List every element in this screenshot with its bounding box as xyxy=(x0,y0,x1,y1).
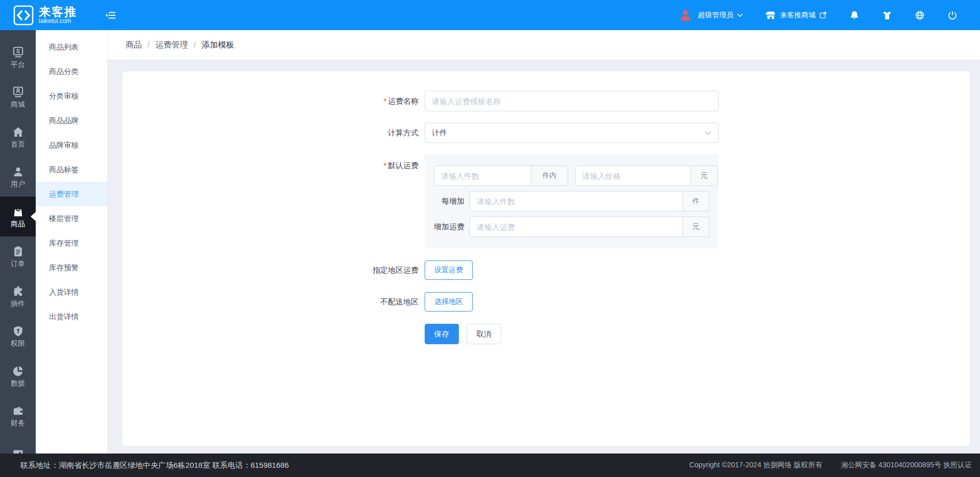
data-pie-icon xyxy=(12,365,24,377)
per-add-count-input[interactable] xyxy=(470,191,683,211)
submenu-item-brand-review[interactable]: 品牌审核 xyxy=(36,133,107,157)
sidebar-item-label: 财务 xyxy=(11,419,25,427)
shop-decoration-button[interactable] xyxy=(882,10,892,20)
mall-label: 来客推商城 xyxy=(780,11,816,20)
mall-link[interactable]: 来客推商城 xyxy=(766,10,827,20)
active-caret xyxy=(31,212,36,221)
logo-brackets-icon xyxy=(13,5,34,26)
sidebar-item-orders[interactable]: 订单 xyxy=(0,236,36,276)
breadcrumb-freight-management[interactable]: 运费管理 xyxy=(155,40,188,51)
submenu-item-stock-management[interactable]: 库存管理 xyxy=(36,231,107,255)
submenu-item-freight-management[interactable]: 运费管理 xyxy=(36,182,107,206)
breadcrumb-separator: / xyxy=(148,40,150,50)
avatar xyxy=(678,8,693,22)
breadcrumb-add-template: 添加模板 xyxy=(202,40,234,51)
sidebar-item-label: 权限 xyxy=(11,340,25,347)
sidebar-item-finance[interactable]: 财务 xyxy=(0,396,36,436)
user-menu[interactable]: 超级管理员 xyxy=(678,8,743,22)
default-freight-row: *默认运费 件内 元 每增加 件 xyxy=(122,154,970,248)
order-icon xyxy=(12,246,24,257)
no-delivery-row: 不配送地区 选择地区 xyxy=(122,292,970,312)
no-delivery-label: 不配送地区 xyxy=(122,297,419,307)
freight-name-input[interactable] xyxy=(425,91,719,111)
icon-sidebar: S 平台 商城 首页 用户 商品 xyxy=(0,30,36,477)
add-fee-label: 增加运费 xyxy=(434,222,470,232)
sidebar-item-data[interactable]: 数据 xyxy=(0,356,36,396)
header-actions: 超级管理员 来客推商城 xyxy=(656,8,980,22)
sidebar-item-users[interactable]: 用户 xyxy=(0,157,36,197)
calc-method-select[interactable]: 计件 xyxy=(425,123,719,143)
page-footer: 联系地址：湖南省长沙市岳麓区绿地中央广场6栋2018室 联系电话：6159816… xyxy=(0,454,980,477)
language-button[interactable] xyxy=(915,10,925,20)
breadcrumb: 商品 / 运费管理 / 添加模板 xyxy=(108,30,980,60)
platform-icon: S xyxy=(12,46,24,58)
sidebar-item-label: 订单 xyxy=(11,260,25,268)
price-input[interactable] xyxy=(575,165,691,186)
default-freight-panel: 件内 元 每增加 件 增加运费 xyxy=(425,154,719,248)
goods-submenu: 商品列表 商品分类 分类审核 商品品牌 品牌审核 商品标签 运费管理 楼层管理 … xyxy=(36,30,108,454)
footer-copyright: Copyright ©2017-2024 拾捌网络 版权所有 xyxy=(689,461,822,470)
sidebar-item-label: 插件 xyxy=(11,300,25,307)
menu-collapse-icon[interactable] xyxy=(104,9,117,22)
add-fee-unit-addon: 元 xyxy=(683,217,709,237)
per-add-unit-addon: 件 xyxy=(683,191,709,211)
submenu-item-category-review[interactable]: 分类审核 xyxy=(36,84,107,108)
svg-text:S: S xyxy=(16,47,19,54)
submenu-item-inbound-details[interactable]: 入货详情 xyxy=(36,280,107,304)
sidebar-item-plugins[interactable]: 插件 xyxy=(0,276,36,316)
freight-name-label: *运费名称 xyxy=(122,97,419,106)
calc-method-row: 计算方式 计件 xyxy=(122,123,970,143)
sidebar-item-home[interactable]: 首页 xyxy=(0,117,36,157)
submenu-item-goods-brand[interactable]: 商品品牌 xyxy=(36,108,107,133)
notifications-button[interactable] xyxy=(849,10,860,20)
add-fee-input[interactable] xyxy=(470,217,683,237)
sidebar-item-mall[interactable]: 商城 xyxy=(0,77,36,117)
chevron-down-icon xyxy=(704,131,712,135)
region-freight-row: 指定地区运费 设置运费 xyxy=(122,260,970,280)
breadcrumb-goods[interactable]: 商品 xyxy=(126,40,142,51)
home-icon xyxy=(12,126,24,138)
freight-name-row: *运费名称 xyxy=(122,91,970,111)
submenu-item-stock-warning[interactable]: 库存预警 xyxy=(36,255,107,280)
top-header: 来客推 laiketui.com 超级管理员 来客推商城 xyxy=(0,0,980,30)
region-freight-label: 指定地区运费 xyxy=(122,266,419,275)
globe-icon xyxy=(915,10,925,20)
sidebar-item-label: 商品 xyxy=(11,220,25,228)
sidebar-item-platform[interactable]: S 平台 xyxy=(0,37,36,77)
sidebar-item-label: 数据 xyxy=(11,379,25,387)
set-freight-button[interactable]: 设置运费 xyxy=(425,260,473,280)
save-button[interactable]: 保存 xyxy=(425,324,459,344)
mall-icon xyxy=(12,86,24,98)
sidebar-item-label: 平台 xyxy=(11,61,25,68)
calc-method-label: 计算方式 xyxy=(122,128,419,138)
sidebar-item-label: 商城 xyxy=(11,101,25,108)
external-link-icon xyxy=(819,11,827,19)
submenu-item-floor-management[interactable]: 楼层管理 xyxy=(36,206,107,231)
cancel-button[interactable]: 取消 xyxy=(467,324,501,344)
sidebar-item-goods[interactable]: 商品 xyxy=(0,197,36,236)
submenu-item-goods-tags[interactable]: 商品标签 xyxy=(36,157,107,182)
submenu-item-outbound-details[interactable]: 出货详情 xyxy=(36,304,107,329)
default-freight-label: *默认运费 xyxy=(122,154,419,171)
footer-security-record: 湘公网安备 43010402000895号 执照认证 xyxy=(841,461,972,470)
submenu-item-goods-list[interactable]: 商品列表 xyxy=(36,35,107,59)
breadcrumb-separator: / xyxy=(193,40,195,50)
logout-button[interactable] xyxy=(947,10,958,20)
pieces-unit-addon: 件内 xyxy=(531,165,568,186)
form-card: *运费名称 计算方式 计件 *默认运费 xyxy=(122,71,970,446)
permission-icon xyxy=(12,325,24,337)
finance-wallet-icon xyxy=(12,405,24,417)
select-region-button[interactable]: 选择地区 xyxy=(425,292,473,312)
pieces-count-input[interactable] xyxy=(434,165,531,186)
calc-method-value: 计件 xyxy=(432,128,447,138)
logo-title: 来客推 xyxy=(39,6,77,18)
submenu-item-goods-category[interactable]: 商品分类 xyxy=(36,59,107,84)
footer-contact: 联系地址：湖南省长沙市岳麓区绿地中央广场6栋2018室 联系电话：6159816… xyxy=(20,461,289,470)
logo-subtitle: laiketui.com xyxy=(39,18,77,25)
app-logo[interactable]: 来客推 laiketui.com xyxy=(0,5,97,26)
sidebar-item-label: 首页 xyxy=(11,140,25,148)
sidebar-item-permissions[interactable]: 权限 xyxy=(0,316,36,356)
plugin-icon xyxy=(12,285,24,297)
power-icon xyxy=(947,10,958,20)
required-mark: * xyxy=(383,161,386,170)
